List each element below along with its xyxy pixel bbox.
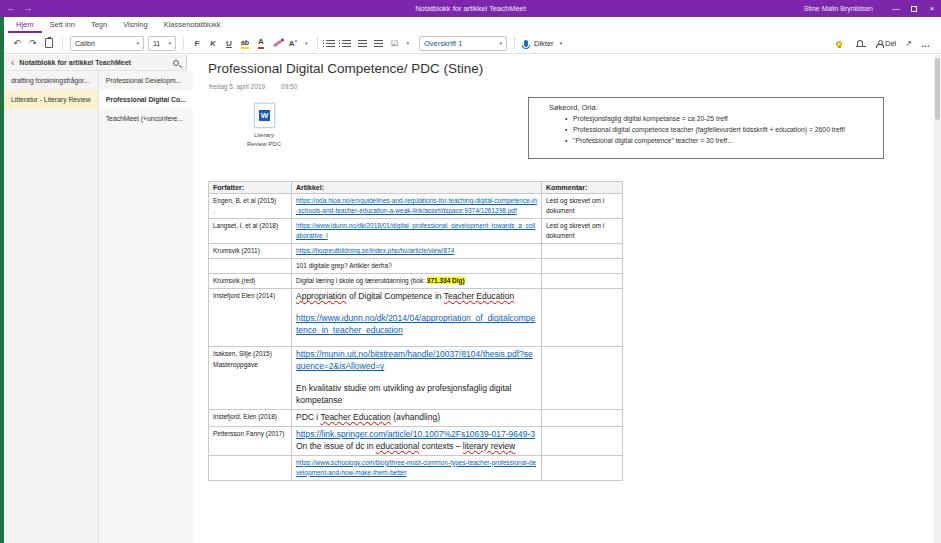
back-button[interactable]: ← xyxy=(7,4,15,13)
maximize-icon xyxy=(911,6,917,12)
tab-visning[interactable]: Visning xyxy=(115,17,155,33)
font-name-value: Calibri xyxy=(75,40,132,47)
page-title[interactable]: Professional Digital Competence/ PDC (St… xyxy=(208,61,483,76)
italic-button[interactable]: K xyxy=(207,35,219,51)
bullet-list-button[interactable] xyxy=(325,35,337,51)
dictate-button[interactable] xyxy=(522,35,530,51)
more-fonts-chevron[interactable]: ▾ xyxy=(303,40,310,46)
bullet-list-icon xyxy=(326,40,335,47)
tab-sett-inn[interactable]: Sett inn xyxy=(42,17,83,33)
article-cell: https://hogreutbildning.se/index.php/hu/… xyxy=(292,244,542,259)
keyword-item: "Professional digital competence" teache… xyxy=(565,136,875,147)
author-cell: Engen, B. et al (2015) . xyxy=(209,194,292,219)
lightbulb-icon xyxy=(836,41,842,47)
highlight-button[interactable]: ab xyxy=(239,35,251,51)
ribbon-tab-bar: HjemSett innTegnVisningKlassenotatblokk xyxy=(4,17,941,33)
left-edge-strip xyxy=(0,17,4,543)
author-cell: Instefjord, Elen (2018) xyxy=(209,410,292,427)
ribbon-expand-button[interactable]: ↗ xyxy=(905,39,912,48)
sidebar-page-item[interactable]: Professional Developm... xyxy=(99,71,193,90)
comment-cell xyxy=(542,274,623,289)
article-link[interactable]: https://www.schoology.com/blog/three-mos… xyxy=(296,459,536,476)
highlighter-icon: ab xyxy=(241,38,249,49)
article-text: Appropriation xyxy=(296,291,347,301)
paste-button[interactable] xyxy=(43,35,55,51)
chevron-down-icon: ▾ xyxy=(500,40,503,46)
article-text: En kvalitativ studie om utvikling av pro… xyxy=(296,383,511,405)
comment-cell xyxy=(542,410,623,427)
close-button[interactable]: × xyxy=(923,0,941,17)
table-row: Langset, I. et al (2018)https://www.idun… xyxy=(209,219,623,244)
redo-button[interactable]: ↷ xyxy=(27,35,39,51)
sidebar-section-item[interactable]: Litteratur - Literary Review xyxy=(4,90,98,109)
article-link[interactable]: https://hogreutbildning.se/index.php/hu/… xyxy=(296,247,454,254)
font-color-button[interactable]: A xyxy=(255,35,267,51)
styles-select[interactable]: Overskrift 1 ▾ xyxy=(419,36,507,51)
article-link[interactable]: https://www.idunn.no/dk/2014/04/appropri… xyxy=(296,313,535,335)
indent-icon xyxy=(374,40,383,47)
format-painter-button[interactable] xyxy=(271,35,283,51)
dictate-label[interactable]: Dikter xyxy=(534,39,554,48)
article-text: Digital læring i skole og lærerutdanning… xyxy=(296,277,427,284)
search-icon[interactable] xyxy=(173,60,179,66)
maximize-button[interactable] xyxy=(905,0,923,17)
table-row: Engen, B. et al (2015) .https://oda.hioa… xyxy=(209,194,623,219)
undo-button[interactable]: ↶ xyxy=(11,35,23,51)
minimize-button[interactable]: — xyxy=(887,0,905,17)
share-button[interactable]: Del xyxy=(875,36,896,52)
outdent-icon xyxy=(358,40,367,47)
more-options-button[interactable]: … xyxy=(921,39,931,49)
bell-icon xyxy=(857,40,863,46)
font-size-select[interactable]: 11 ▾ xyxy=(148,36,176,51)
dictate-chevron[interactable]: ▾ xyxy=(558,40,565,46)
font-name-select[interactable]: Calibri ▾ xyxy=(70,36,144,51)
bold-button[interactable]: F xyxy=(191,35,203,51)
word-attachment[interactable]: Literary Review PDC xyxy=(236,103,292,150)
divider xyxy=(183,37,184,50)
chevron-down-icon: ▾ xyxy=(136,40,139,46)
notifications-button[interactable] xyxy=(854,36,866,52)
article-link[interactable]: https://oda.hioa.no/en/guidelines-and-re… xyxy=(296,197,537,214)
share-label: Del xyxy=(885,39,896,48)
forward-button[interactable]: → xyxy=(24,4,32,13)
note-canvas[interactable]: Professional Digital Competence/ PDC (St… xyxy=(188,55,934,543)
author-cell: Krumsvik (2011) xyxy=(209,244,292,259)
style-value: Overskrift 1 xyxy=(424,39,495,48)
titlebar: ← → Notatblokk for artikkel TeachMeet St… xyxy=(0,0,941,17)
window-title: Notatblokk for artikkel TeachMeet xyxy=(0,4,941,13)
article-text: of Digital Competence in xyxy=(347,291,444,301)
article-link[interactable]: https://link.springer.com/article/10.100… xyxy=(296,429,535,439)
numbered-list-button[interactable] xyxy=(341,35,353,51)
literature-table: Forfatter:Artikkel:Kommentar: Engen, B. … xyxy=(208,181,623,481)
more-tags-chevron[interactable]: ▾ xyxy=(405,40,412,46)
tab-tegn[interactable]: Tegn xyxy=(83,17,115,33)
sidebar-section-item[interactable]: drafting forskningsfrågor... xyxy=(4,71,98,90)
tell-me-button[interactable] xyxy=(833,36,845,52)
notebook-title[interactable]: Notatblokk for artikkel TeachMeet xyxy=(19,59,168,66)
user-name[interactable]: Stine Malin Brynildsen xyxy=(804,5,873,12)
microphone-icon xyxy=(524,40,528,47)
clear-formatting-button[interactable]: A× xyxy=(287,35,299,51)
author-cell: Instefjord Elen (2014) xyxy=(209,289,292,347)
article-text: Teacher Education xyxy=(320,412,390,422)
scrollbar-thumb[interactable] xyxy=(935,58,940,120)
article-link[interactable]: https://www.idunn.no/dk/2018/01/digital_… xyxy=(296,222,535,239)
page-date: fredag 5. april 201909:50 xyxy=(209,83,297,90)
article-cell: https://link.springer.com/article/10.100… xyxy=(292,426,542,455)
collapse-sidebar-button[interactable]: ‹ xyxy=(11,56,14,70)
article-cell: Appropriation of Digital Competence in T… xyxy=(292,289,542,347)
author-cell: Langset, I. et al (2018) xyxy=(209,219,292,244)
underline-button[interactable]: U xyxy=(223,35,235,51)
tab-hjem[interactable]: Hjem xyxy=(8,17,42,33)
article-link[interactable]: https://munin.uit.no/bitstream/handle/10… xyxy=(296,349,533,371)
table-row: Pettersson Fanny (2017)https://link.spri… xyxy=(209,426,623,455)
vertical-scrollbar[interactable] xyxy=(934,55,941,543)
ribbon-toolbar: ↶ ↷ Calibri ▾ 11 ▾ F K U ab A A× ▾ ☑ ▾ O… xyxy=(4,33,941,54)
outdent-button[interactable] xyxy=(357,35,369,51)
sidebar-page-item[interactable]: TeachMeet (+unconfere... xyxy=(99,109,193,128)
tab-klassenotatblokk[interactable]: Klassenotatblokk xyxy=(156,17,229,33)
sidebar-page-item[interactable]: Professional Digital Co... xyxy=(99,90,193,109)
indent-button[interactable] xyxy=(373,35,385,51)
todo-tag-button[interactable]: ☑ xyxy=(389,35,401,51)
time-text: 09:50 xyxy=(281,83,297,90)
